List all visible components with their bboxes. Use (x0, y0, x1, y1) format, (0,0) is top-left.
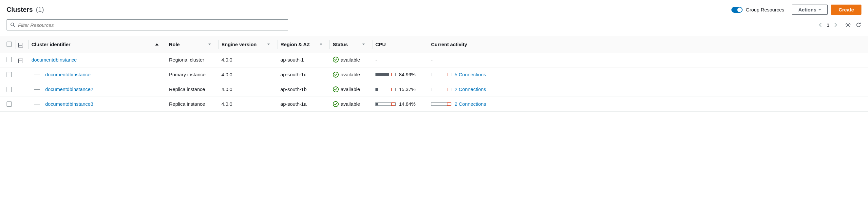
sort-asc-icon (155, 43, 158, 45)
row-checkbox[interactable] (6, 101, 12, 107)
engine-cell: 4.0.0 (218, 97, 277, 111)
header-role[interactable]: Role (166, 36, 218, 53)
clusters-table: Cluster identifier Role Engine version R… (0, 36, 868, 112)
header-region-label: Region & AZ (280, 41, 310, 47)
refresh-button[interactable] (856, 22, 862, 28)
header-cpu-label: CPU (375, 41, 386, 47)
actions-button[interactable]: Actions (792, 5, 828, 15)
page-header: Clusters (1) Group Resources Actions Cre… (0, 0, 868, 18)
sort-icon (320, 43, 322, 45)
cluster-identifier-link[interactable]: documentdbinstance2 (45, 87, 93, 92)
header-expand-all (15, 36, 28, 53)
status-ok-icon (333, 72, 339, 77)
row-checkbox[interactable] (6, 57, 12, 62)
status-ok-icon (333, 57, 339, 63)
pager-current: 1 (827, 22, 829, 28)
group-resources-toggle[interactable] (732, 7, 743, 13)
activity-cell: - (428, 53, 868, 67)
status-cell: available (333, 101, 369, 107)
page-title-count: (1) (36, 6, 44, 13)
page-title-text: Clusters (6, 6, 33, 13)
pager: 1 (819, 22, 862, 28)
sort-icon (208, 43, 211, 45)
header-engine[interactable]: Engine version (218, 36, 277, 53)
cpu-label: 15.37% (399, 87, 416, 92)
status-text: available (341, 57, 360, 63)
status-cell: available (333, 72, 369, 77)
engine-cell: 4.0.0 (218, 53, 277, 67)
filter-input[interactable] (18, 22, 285, 28)
sort-icon (362, 43, 365, 45)
status-cell: available (333, 87, 369, 92)
table-row: documentdbinstance3Replica instance4.0.0… (0, 97, 868, 111)
svg-line-1 (13, 26, 15, 27)
header-identifier-label: Cluster identifier (31, 41, 70, 47)
cluster-identifier-link[interactable]: documentdbinstance3 (45, 101, 93, 107)
cpu-label: 14.84% (399, 101, 416, 107)
search-icon (10, 22, 16, 28)
create-button[interactable]: Create (831, 5, 862, 15)
row-checkbox[interactable] (6, 87, 12, 92)
row-collapse-icon[interactable] (18, 59, 23, 63)
activity-cell: 2 Connections (428, 97, 868, 111)
cluster-identifier-link[interactable]: documentdbinstance (45, 72, 90, 77)
status-text: available (341, 87, 360, 92)
activity-cell: 2 Connections (428, 82, 868, 97)
engine-cell: 4.0.0 (218, 82, 277, 97)
group-resources-label: Group Resources (746, 7, 784, 12)
cpu-cell: 84.99% (372, 67, 428, 82)
table-row: documentdbinstanceRegional cluster4.0.0a… (0, 53, 868, 67)
toggle-knob (737, 7, 742, 12)
cpu-label: 84.99% (399, 72, 416, 77)
group-resources-toggle-wrap: Group Resources (732, 7, 784, 13)
header-activity: Current activity (428, 36, 868, 53)
cluster-identifier-link[interactable]: documentdbinstance (31, 57, 76, 63)
svg-point-2 (847, 24, 849, 26)
engine-cell: 4.0.0 (218, 67, 277, 82)
table-row: documentdbinstancePrimary instance4.0.0a… (0, 67, 868, 82)
chevron-right-icon (834, 23, 837, 27)
connections-link[interactable]: 5 Connections (455, 72, 486, 77)
role-cell: Replica instance (166, 82, 218, 97)
pager-prev[interactable] (819, 23, 822, 27)
filter-box[interactable] (6, 19, 288, 30)
region-cell: ap-south-1b (277, 82, 330, 97)
row-checkbox[interactable] (6, 72, 12, 77)
pager-next[interactable] (834, 23, 837, 27)
svg-point-0 (11, 23, 14, 26)
header-region[interactable]: Region & AZ (277, 36, 330, 53)
region-cell: ap-south-1a (277, 97, 330, 111)
cpu-bar (375, 88, 396, 91)
tree-line (31, 101, 42, 107)
cpu-cell: - (372, 53, 428, 67)
header-cpu: CPU (372, 36, 428, 53)
table-header-row: Cluster identifier Role Engine version R… (0, 36, 868, 53)
role-cell: Regional cluster (166, 53, 218, 67)
table-row: documentdbinstance2Replica instance4.0.0… (0, 82, 868, 97)
page-title: Clusters (1) (6, 6, 44, 13)
connections-link[interactable]: 2 Connections (455, 101, 486, 107)
gear-icon (845, 22, 851, 28)
sort-icon (267, 43, 270, 45)
cpu-bar (375, 102, 396, 106)
status-ok-icon (333, 87, 339, 92)
cpu-cell: 15.37% (372, 82, 428, 97)
header-identifier[interactable]: Cluster identifier (28, 36, 166, 53)
header-activity-label: Current activity (431, 41, 467, 47)
role-cell: Replica instance (166, 97, 218, 111)
role-cell: Primary instance (166, 67, 218, 82)
tree-line (31, 86, 42, 93)
settings-button[interactable] (845, 22, 851, 28)
create-button-label: Create (839, 7, 854, 12)
status-cell: available (333, 57, 369, 63)
header-select-all (0, 36, 15, 53)
connections-link[interactable]: 2 Connections (455, 87, 486, 92)
activity-bar (431, 102, 452, 106)
header-status[interactable]: Status (330, 36, 372, 53)
select-all-checkbox[interactable] (6, 41, 12, 47)
collapse-all-icon[interactable] (18, 43, 23, 47)
header-status-label: Status (333, 41, 348, 47)
chevron-left-icon (819, 23, 822, 27)
actions-button-label: Actions (798, 7, 816, 12)
refresh-icon (856, 22, 862, 28)
